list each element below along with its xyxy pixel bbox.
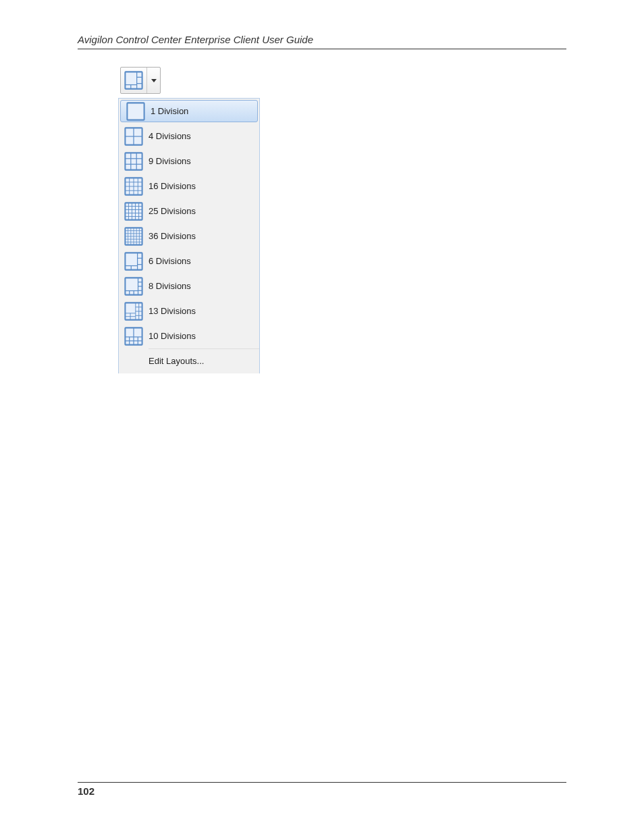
menu-item-16-divisions[interactable]: 16 Divisions [119,174,259,199]
menu-item-10-divisions[interactable]: 10 Divisions [119,323,259,348]
menu-item-9-divisions[interactable]: 9 Divisions [119,149,259,174]
menu-item-8-divisions[interactable]: 8 Divisions [119,273,259,298]
layout-6-icon [119,252,149,271]
document-page: Avigilon Control Center Enterprise Clien… [0,0,644,834]
layout-dropdown-menu: 1 Division 4 Divisions [118,98,260,373]
menu-item-36-divisions[interactable]: 36 Divisions [119,224,259,249]
svg-rect-22 [125,203,142,219]
svg-rect-42 [125,253,142,269]
menu-item-label: 13 Divisions [149,306,196,316]
menu-item-label: 16 Divisions [149,181,196,191]
menu-item-1-division[interactable]: 1 Division [120,100,258,122]
layout-toolbar-button[interactable] [120,67,161,94]
layout-36-icon [119,227,149,246]
chevron-down-icon [151,79,157,82]
menu-item-label: Edit Layouts... [149,356,204,366]
page-header: Avigilon Control Center Enterprise Clien… [78,34,566,49]
menu-item-label: 8 Divisions [149,281,191,291]
layout-16-icon [119,177,149,196]
page-number: 102 [78,785,95,797]
menu-item-label: 9 Divisions [149,156,191,166]
menu-item-label: 36 Divisions [149,231,196,241]
layout-current-icon [121,68,146,93]
layout-9-icon [119,152,149,171]
layout-1-icon [121,102,151,121]
menu-item-label: 6 Divisions [149,256,191,266]
menu-item-edit-layouts[interactable]: Edit Layouts... [119,348,259,373]
layout-toolbar-button-wrap [118,66,261,98]
layout-10-icon [119,327,149,346]
toolbar-dropdown-arrow[interactable] [147,79,160,82]
menu-item-25-divisions[interactable]: 25 Divisions [119,199,259,224]
menu-item-label: 4 Divisions [149,131,191,141]
svg-rect-0 [125,72,142,88]
page-footer: 102 [78,782,566,797]
menu-item-4-divisions[interactable]: 4 Divisions [119,124,259,149]
layout-4-icon [119,127,149,146]
layout-25-icon [119,202,149,221]
layout-6-icon [124,71,143,90]
header-title: Avigilon Control Center Enterprise Clien… [78,34,313,45]
menu-item-13-divisions[interactable]: 13 Divisions [119,298,259,323]
layout-dropdown-figure: 1 Division 4 Divisions [118,66,261,373]
svg-rect-10 [125,153,142,170]
layout-8-icon [119,277,149,296]
menu-item-label: 25 Divisions [149,206,196,216]
menu-item-6-divisions[interactable]: 6 Divisions [119,249,259,273]
menu-item-label: 1 Division [151,106,188,116]
menu-item-label: 10 Divisions [149,331,196,341]
svg-rect-6 [127,103,144,120]
layout-13-icon [119,302,149,321]
